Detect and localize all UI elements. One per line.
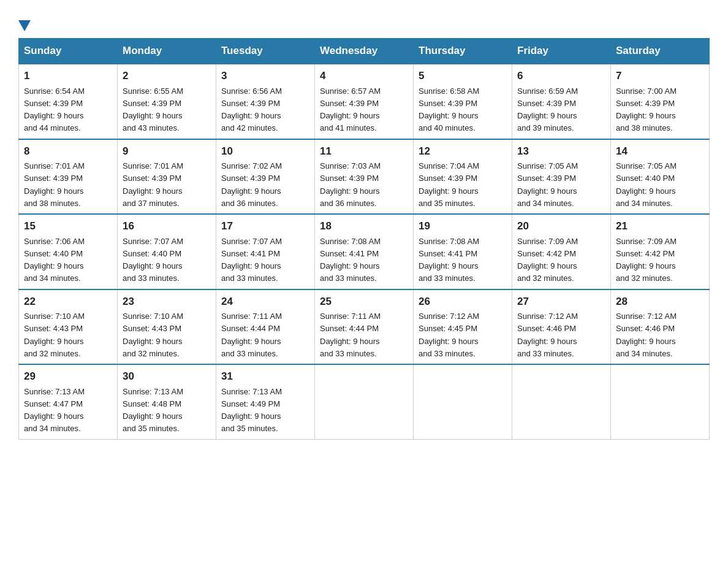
day-info: Sunrise: 7:01 AMSunset: 4:39 PMDaylight:… xyxy=(123,161,183,208)
day-number: 12 xyxy=(419,144,507,159)
day-number: 26 xyxy=(419,294,507,310)
calendar-cell: 15 Sunrise: 7:06 AMSunset: 4:40 PMDaylig… xyxy=(19,214,118,289)
day-info: Sunrise: 7:07 AMSunset: 4:41 PMDaylight:… xyxy=(221,237,282,283)
day-number: 11 xyxy=(320,144,408,159)
day-number: 19 xyxy=(419,218,507,234)
day-number: 24 xyxy=(221,294,309,310)
day-number: 22 xyxy=(24,294,112,310)
day-number: 2 xyxy=(123,68,211,84)
day-info: Sunrise: 7:08 AMSunset: 4:41 PMDaylight:… xyxy=(320,237,381,283)
calendar-cell: 22 Sunrise: 7:10 AMSunset: 4:43 PMDaylig… xyxy=(19,289,118,365)
calendar-cell xyxy=(315,364,414,439)
calendar-cell: 20 Sunrise: 7:09 AMSunset: 4:42 PMDaylig… xyxy=(512,214,611,289)
day-info: Sunrise: 7:02 AMSunset: 4:39 PMDaylight:… xyxy=(221,161,282,208)
week-row-2: 8 Sunrise: 7:01 AMSunset: 4:39 PMDayligh… xyxy=(19,139,710,215)
header-wednesday: Wednesday xyxy=(315,39,414,64)
day-info: Sunrise: 7:00 AMSunset: 4:39 PMDaylight:… xyxy=(616,86,677,133)
day-number: 6 xyxy=(517,68,605,84)
header-saturday: Saturday xyxy=(611,39,710,64)
day-number: 9 xyxy=(123,144,211,159)
day-number: 17 xyxy=(221,218,309,234)
day-info: Sunrise: 7:06 AMSunset: 4:40 PMDaylight:… xyxy=(24,237,85,283)
day-number: 29 xyxy=(24,369,112,385)
day-number: 25 xyxy=(320,294,408,310)
day-info: Sunrise: 7:09 AMSunset: 4:42 PMDaylight:… xyxy=(517,237,578,283)
calendar-cell: 11 Sunrise: 7:03 AMSunset: 4:39 PMDaylig… xyxy=(315,139,414,215)
day-number: 31 xyxy=(221,369,309,385)
calendar-header-row: SundayMondayTuesdayWednesdayThursdayFrid… xyxy=(19,39,710,64)
calendar-cell: 27 Sunrise: 7:12 AMSunset: 4:46 PMDaylig… xyxy=(512,289,611,365)
day-info: Sunrise: 7:13 AMSunset: 4:49 PMDaylight:… xyxy=(221,387,282,434)
calendar-cell xyxy=(414,364,512,439)
day-number: 27 xyxy=(517,294,605,310)
day-number: 21 xyxy=(616,218,704,234)
day-number: 10 xyxy=(221,144,309,159)
day-info: Sunrise: 7:10 AMSunset: 4:43 PMDaylight:… xyxy=(123,312,183,358)
calendar-cell: 29 Sunrise: 7:13 AMSunset: 4:47 PMDaylig… xyxy=(19,364,118,439)
day-number: 4 xyxy=(320,68,408,84)
calendar-cell: 8 Sunrise: 7:01 AMSunset: 4:39 PMDayligh… xyxy=(19,139,118,215)
page-header xyxy=(18,12,710,32)
day-number: 30 xyxy=(123,369,211,385)
header-tuesday: Tuesday xyxy=(216,39,315,64)
calendar-cell: 21 Sunrise: 7:09 AMSunset: 4:42 PMDaylig… xyxy=(611,214,710,289)
calendar-cell xyxy=(512,364,611,439)
day-number: 5 xyxy=(419,68,507,84)
calendar-cell: 28 Sunrise: 7:12 AMSunset: 4:46 PMDaylig… xyxy=(611,289,710,365)
day-number: 3 xyxy=(221,68,309,84)
calendar-cell: 25 Sunrise: 7:11 AMSunset: 4:44 PMDaylig… xyxy=(315,289,414,365)
calendar-cell: 16 Sunrise: 7:07 AMSunset: 4:40 PMDaylig… xyxy=(118,214,216,289)
day-info: Sunrise: 7:12 AMSunset: 4:46 PMDaylight:… xyxy=(517,312,578,358)
calendar-cell xyxy=(611,364,710,439)
day-info: Sunrise: 7:12 AMSunset: 4:45 PMDaylight:… xyxy=(419,312,479,358)
calendar-cell: 1 Sunrise: 6:54 AMSunset: 4:39 PMDayligh… xyxy=(19,64,118,139)
day-info: Sunrise: 7:05 AMSunset: 4:40 PMDaylight:… xyxy=(616,161,677,208)
calendar-cell: 2 Sunrise: 6:55 AMSunset: 4:39 PMDayligh… xyxy=(118,64,216,139)
header-thursday: Thursday xyxy=(414,39,512,64)
calendar-cell: 24 Sunrise: 7:11 AMSunset: 4:44 PMDaylig… xyxy=(216,289,315,365)
day-info: Sunrise: 7:13 AMSunset: 4:48 PMDaylight:… xyxy=(123,387,183,434)
calendar-cell: 7 Sunrise: 7:00 AMSunset: 4:39 PMDayligh… xyxy=(611,64,710,139)
calendar-cell: 3 Sunrise: 6:56 AMSunset: 4:39 PMDayligh… xyxy=(216,64,315,139)
calendar-table: SundayMondayTuesdayWednesdayThursdayFrid… xyxy=(18,38,710,440)
day-number: 7 xyxy=(616,68,704,84)
calendar-cell: 5 Sunrise: 6:58 AMSunset: 4:39 PMDayligh… xyxy=(414,64,512,139)
day-info: Sunrise: 6:57 AMSunset: 4:39 PMDaylight:… xyxy=(320,86,381,133)
day-info: Sunrise: 6:56 AMSunset: 4:39 PMDaylight:… xyxy=(221,86,282,133)
calendar-cell: 30 Sunrise: 7:13 AMSunset: 4:48 PMDaylig… xyxy=(118,364,216,439)
calendar-cell: 26 Sunrise: 7:12 AMSunset: 4:45 PMDaylig… xyxy=(414,289,512,365)
logo xyxy=(18,18,31,32)
day-info: Sunrise: 6:54 AMSunset: 4:39 PMDaylight:… xyxy=(24,86,85,133)
day-number: 15 xyxy=(24,218,112,234)
week-row-4: 22 Sunrise: 7:10 AMSunset: 4:43 PMDaylig… xyxy=(19,289,710,365)
calendar-cell: 4 Sunrise: 6:57 AMSunset: 4:39 PMDayligh… xyxy=(315,64,414,139)
day-info: Sunrise: 7:08 AMSunset: 4:41 PMDaylight:… xyxy=(419,237,479,283)
day-info: Sunrise: 7:03 AMSunset: 4:39 PMDaylight:… xyxy=(320,161,381,208)
day-number: 14 xyxy=(616,144,704,159)
day-info: Sunrise: 7:13 AMSunset: 4:47 PMDaylight:… xyxy=(24,387,85,434)
calendar-cell: 12 Sunrise: 7:04 AMSunset: 4:39 PMDaylig… xyxy=(414,139,512,215)
day-info: Sunrise: 7:10 AMSunset: 4:43 PMDaylight:… xyxy=(24,312,85,358)
day-info: Sunrise: 7:04 AMSunset: 4:39 PMDaylight:… xyxy=(419,161,479,208)
calendar-cell: 13 Sunrise: 7:05 AMSunset: 4:39 PMDaylig… xyxy=(512,139,611,215)
day-info: Sunrise: 6:58 AMSunset: 4:39 PMDaylight:… xyxy=(419,86,479,133)
week-row-1: 1 Sunrise: 6:54 AMSunset: 4:39 PMDayligh… xyxy=(19,64,710,139)
day-number: 23 xyxy=(123,294,211,310)
calendar-cell: 19 Sunrise: 7:08 AMSunset: 4:41 PMDaylig… xyxy=(414,214,512,289)
day-number: 8 xyxy=(24,144,112,159)
day-info: Sunrise: 7:07 AMSunset: 4:40 PMDaylight:… xyxy=(123,237,183,283)
header-monday: Monday xyxy=(118,39,216,64)
calendar-cell: 6 Sunrise: 6:59 AMSunset: 4:39 PMDayligh… xyxy=(512,64,611,139)
day-info: Sunrise: 6:59 AMSunset: 4:39 PMDaylight:… xyxy=(517,86,578,133)
calendar-cell: 17 Sunrise: 7:07 AMSunset: 4:41 PMDaylig… xyxy=(216,214,315,289)
logo-arrow-icon xyxy=(18,20,31,34)
day-info: Sunrise: 7:09 AMSunset: 4:42 PMDaylight:… xyxy=(616,237,677,283)
day-number: 28 xyxy=(616,294,704,310)
calendar-cell: 14 Sunrise: 7:05 AMSunset: 4:40 PMDaylig… xyxy=(611,139,710,215)
day-number: 18 xyxy=(320,218,408,234)
day-number: 16 xyxy=(123,218,211,234)
day-number: 13 xyxy=(517,144,605,159)
week-row-3: 15 Sunrise: 7:06 AMSunset: 4:40 PMDaylig… xyxy=(19,214,710,289)
header-friday: Friday xyxy=(512,39,611,64)
day-info: Sunrise: 7:01 AMSunset: 4:39 PMDaylight:… xyxy=(24,161,85,208)
